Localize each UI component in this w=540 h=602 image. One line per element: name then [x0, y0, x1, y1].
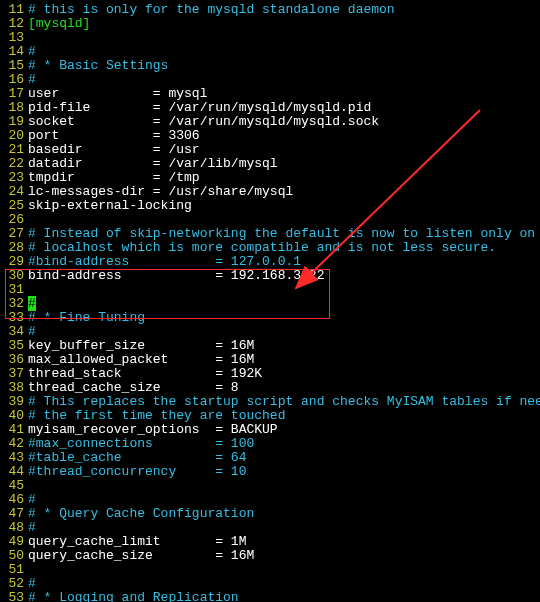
code-line: 47# * Query Cache Configuration — [0, 507, 540, 521]
line-number: 53 — [0, 591, 26, 602]
line-content: bind-address = 192.168.3.22 — [26, 269, 540, 283]
code-line: 35key_buffer_size = 16M — [0, 339, 540, 353]
line-number: 41 — [0, 423, 26, 437]
line-number: 43 — [0, 451, 26, 465]
line-content: # — [26, 577, 540, 591]
line-content: # Instead of skip-networking the default… — [26, 227, 540, 241]
code-line: 11# this is only for the mysqld standalo… — [0, 3, 540, 17]
line-number: 35 — [0, 339, 26, 353]
line-content: [mysqld] — [26, 17, 540, 31]
line-number: 33 — [0, 311, 26, 325]
code-line: 39# This replaces the startup script and… — [0, 395, 540, 409]
line-number: 19 — [0, 115, 26, 129]
line-number: 22 — [0, 157, 26, 171]
line-number: 15 — [0, 59, 26, 73]
code-line: 19socket = /var/run/mysqld/mysqld.sock — [0, 115, 540, 129]
code-line: 46# — [0, 493, 540, 507]
line-content: # * Fine Tuning — [26, 311, 540, 325]
line-content: # — [26, 493, 540, 507]
line-content: key_buffer_size = 16M — [26, 339, 540, 353]
code-line: 14# — [0, 45, 540, 59]
line-content: socket = /var/run/mysqld/mysqld.sock — [26, 115, 540, 129]
line-number: 38 — [0, 381, 26, 395]
code-line: 25skip-external-locking — [0, 199, 540, 213]
code-line: 21basedir = /usr — [0, 143, 540, 157]
line-content: max_allowed_packet = 16M — [26, 353, 540, 367]
code-line: 22datadir = /var/lib/mysql — [0, 157, 540, 171]
line-content: #bind-address = 127.0.0.1 — [26, 255, 540, 269]
code-line: 15# * Basic Settings — [0, 59, 540, 73]
line-content: #thread_concurrency = 10 — [26, 465, 540, 479]
code-line: 41myisam_recover_options = BACKUP — [0, 423, 540, 437]
code-line: 13 — [0, 31, 540, 45]
code-line: 26 — [0, 213, 540, 227]
line-content: #table_cache = 64 — [26, 451, 540, 465]
code-line: 16# — [0, 73, 540, 87]
line-number: 29 — [0, 255, 26, 269]
line-number: 34 — [0, 325, 26, 339]
line-number: 32 — [0, 297, 26, 311]
line-number: 42 — [0, 437, 26, 451]
code-line: 43#table_cache = 64 — [0, 451, 540, 465]
line-number: 25 — [0, 199, 26, 213]
code-line: 38thread_cache_size = 8 — [0, 381, 540, 395]
line-number: 44 — [0, 465, 26, 479]
line-content: # This replaces the startup script and c… — [26, 395, 540, 409]
line-content: # * Logging and Replication — [26, 591, 540, 602]
code-line: 52# — [0, 577, 540, 591]
line-content: datadir = /var/lib/mysql — [26, 157, 540, 171]
line-number: 50 — [0, 549, 26, 563]
line-content: # the first time they are touched — [26, 409, 540, 423]
line-content: # — [26, 521, 540, 535]
line-number: 49 — [0, 535, 26, 549]
line-content: # — [26, 73, 540, 87]
code-editor[interactable]: 11# this is only for the mysqld standalo… — [0, 0, 540, 602]
code-line: 40# the first time they are touched — [0, 409, 540, 423]
code-line: 50query_cache_size = 16M — [0, 549, 540, 563]
line-number: 24 — [0, 185, 26, 199]
code-line: 31 — [0, 283, 540, 297]
code-line: 18pid-file = /var/run/mysqld/mysqld.pid — [0, 101, 540, 115]
line-content: basedir = /usr — [26, 143, 540, 157]
code-line: 20port = 3306 — [0, 129, 540, 143]
code-line: 53# * Logging and Replication — [0, 591, 540, 602]
line-number: 51 — [0, 563, 26, 577]
line-content — [26, 31, 540, 45]
line-content: # — [26, 325, 540, 339]
code-line: 17user = mysql — [0, 87, 540, 101]
code-line: 37thread_stack = 192K — [0, 367, 540, 381]
line-number: 14 — [0, 45, 26, 59]
code-line: 34# — [0, 325, 540, 339]
code-line: 24lc-messages-dir = /usr/share/mysql — [0, 185, 540, 199]
line-number: 47 — [0, 507, 26, 521]
line-number: 39 — [0, 395, 26, 409]
line-content: # * Query Cache Configuration — [26, 507, 540, 521]
line-content: # * Basic Settings — [26, 59, 540, 73]
line-number: 40 — [0, 409, 26, 423]
line-number: 16 — [0, 73, 26, 87]
line-content: pid-file = /var/run/mysqld/mysqld.pid — [26, 101, 540, 115]
code-line: 27# Instead of skip-networking the defau… — [0, 227, 540, 241]
line-content: thread_stack = 192K — [26, 367, 540, 381]
code-line: 45 — [0, 479, 540, 493]
line-number: 28 — [0, 241, 26, 255]
line-number: 31 — [0, 283, 26, 297]
line-content — [26, 283, 540, 297]
line-content: query_cache_limit = 1M — [26, 535, 540, 549]
code-line: 28# localhost which is more compatible a… — [0, 241, 540, 255]
line-number: 20 — [0, 129, 26, 143]
line-content: thread_cache_size = 8 — [26, 381, 540, 395]
line-content: # — [26, 297, 540, 311]
line-content: port = 3306 — [26, 129, 540, 143]
line-number: 48 — [0, 521, 26, 535]
code-line: 44#thread_concurrency = 10 — [0, 465, 540, 479]
line-number: 30 — [0, 269, 26, 283]
line-number: 27 — [0, 227, 26, 241]
line-content: query_cache_size = 16M — [26, 549, 540, 563]
line-number: 36 — [0, 353, 26, 367]
line-number: 23 — [0, 171, 26, 185]
line-number: 12 — [0, 17, 26, 31]
code-line: 42#max_connections = 100 — [0, 437, 540, 451]
line-content: # — [26, 45, 540, 59]
code-line: 48# — [0, 521, 540, 535]
